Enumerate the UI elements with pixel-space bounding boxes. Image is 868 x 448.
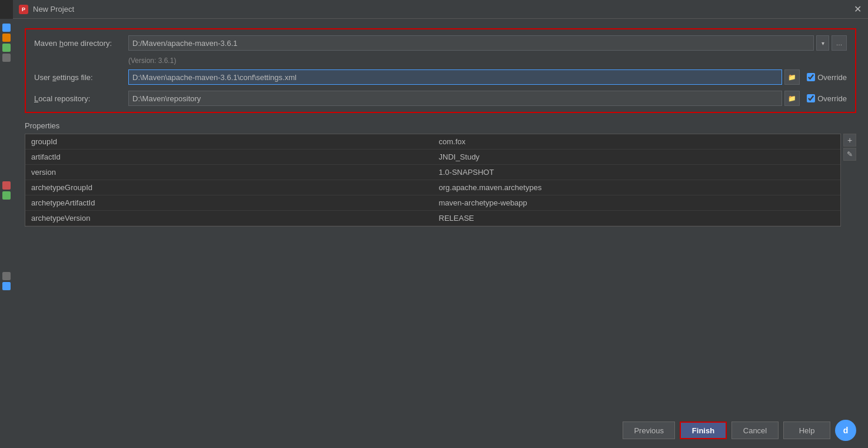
property-key: archetypeArtifactId [25,195,433,211]
sidebar-item-2[interactable] [2,34,11,42]
sidebar-item-3[interactable] [2,44,11,52]
properties-table-container: groupId com.fox artifactId JNDI_Study ve… [25,134,841,227]
local-repo-field-group: 📁 Override [128,91,847,106]
help-button[interactable]: Help [783,422,830,439]
user-settings-label: User settings file: [34,73,128,82]
table-row[interactable]: groupId com.fox [25,134,840,150]
properties-action-buttons: + ✎ [843,134,856,227]
table-row[interactable]: archetypeArtifactId maven-archetype-weba… [25,195,840,211]
property-key: archetypeVersion [25,211,433,226]
table-row[interactable]: archetypeGroupId org.apache.maven.archet… [25,180,840,195]
property-key: groupId [25,134,433,150]
table-row[interactable]: archetypeVersion RELEASE [25,211,840,226]
user-settings-browse[interactable]: 📁 [784,69,800,85]
cancel-button[interactable]: Cancel [731,422,779,439]
maven-home-dropdown[interactable]: ▾ [816,35,829,51]
add-property-button[interactable]: + [843,134,856,147]
user-settings-override-group: Override [807,73,847,82]
maven-home-row: Maven home directory: ▾ … [34,35,847,51]
sidebar-item-7[interactable] [2,272,11,280]
properties-title: Properties [25,121,856,130]
maven-home-field-group: ▾ … [128,35,847,51]
user-settings-input[interactable] [128,69,782,85]
dialog-content: Maven home directory: ▾ … (Version: 3.6.… [13,19,868,448]
local-repo-row: Local repository: 📁 Override [34,91,847,106]
property-value: JNDI_Study [433,150,841,165]
local-repo-label: Local repository: [34,94,128,103]
property-value: 1.0-SNAPSHOT [433,165,841,180]
edit-property-button[interactable]: ✎ [843,148,856,161]
maven-home-label: Maven home directory: [34,39,128,48]
user-settings-override-label: Override [817,73,847,82]
maven-section: Maven home directory: ▾ … (Version: 3.6.… [25,28,856,113]
property-key: artifactId [25,150,433,165]
local-repo-override-label: Override [817,94,847,103]
property-value: RELEASE [433,211,841,226]
bottom-bar: Previous Finish Cancel Help d [25,413,856,441]
maven-version-text: (Version: 3.6.1) [128,57,847,65]
previous-button[interactable]: Previous [623,422,675,439]
dialog-title: New Project [33,5,74,14]
close-button[interactable]: ✕ [853,5,862,14]
sidebar-item-5[interactable] [2,181,11,190]
user-settings-row: User settings file: 📁 Override [34,69,847,85]
table-row[interactable]: version 1.0-SNAPSHOT [25,165,840,180]
property-value: org.apache.maven.archetypes [433,180,841,195]
user-settings-override-checkbox[interactable] [807,73,815,81]
maven-home-browse[interactable]: … [832,35,847,51]
property-key: archetypeGroupId [25,180,433,195]
user-settings-field-group: 📁 Override [128,69,847,85]
avatar: d [835,420,856,441]
properties-section: Properties groupId com.fox artifactId JN… [25,121,856,413]
sidebar-item-8[interactable] [2,282,11,290]
sidebar [0,19,13,448]
local-repo-override-checkbox[interactable] [807,94,815,102]
sidebar-item-6[interactable] [2,191,11,200]
title-bar: P New Project ✕ [13,0,868,19]
properties-wrapper: groupId com.fox artifactId JNDI_Study ve… [25,134,856,227]
local-repo-input[interactable] [128,91,782,106]
property-value: com.fox [433,134,841,150]
finish-button[interactable]: Finish [680,422,727,439]
property-key: version [25,165,433,180]
sidebar-item-1[interactable] [2,24,11,32]
property-value: maven-archetype-webapp [433,195,841,211]
app-icon: P [19,5,28,14]
local-repo-browse[interactable]: 📁 [784,91,800,106]
sidebar-item-4[interactable] [2,54,11,62]
table-row[interactable]: artifactId JNDI_Study [25,150,840,165]
local-repo-override-group: Override [807,94,847,103]
properties-table: groupId com.fox artifactId JNDI_Study ve… [25,134,840,226]
maven-home-input[interactable] [128,35,814,51]
